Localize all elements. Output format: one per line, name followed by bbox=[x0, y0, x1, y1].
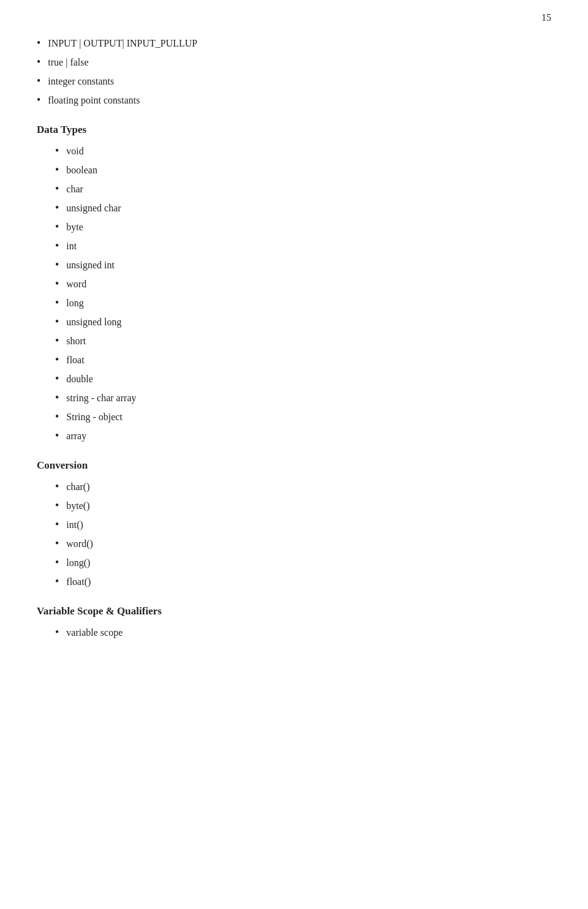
list-item: int bbox=[55, 240, 539, 252]
list-item: float() bbox=[55, 575, 539, 588]
list-item: int() bbox=[55, 518, 539, 531]
section-heading-2: Variable Scope & Qualifiers bbox=[37, 605, 539, 617]
list-item: float bbox=[55, 353, 539, 366]
top-bullet-list: INPUT | OUTPUT| INPUT_PULLUP true | fals… bbox=[37, 37, 539, 107]
page-container: 15 INPUT | OUTPUT| INPUT_PULLUP true | f… bbox=[0, 0, 588, 682]
list-item: variable scope bbox=[55, 626, 539, 639]
sections-container: Data Typesvoidbooleancharunsigned charby… bbox=[37, 124, 539, 639]
list-item: word() bbox=[55, 537, 539, 550]
list-item: char() bbox=[55, 480, 539, 493]
list-item: double bbox=[55, 372, 539, 385]
list-item: array bbox=[55, 429, 539, 442]
list-item: void bbox=[55, 145, 539, 157]
list-item: String - object bbox=[55, 410, 539, 423]
list-item: string - char array bbox=[55, 391, 539, 404]
list-item: long bbox=[55, 296, 539, 309]
section-list-0: voidbooleancharunsigned charbyteintunsig… bbox=[55, 145, 539, 442]
section-heading-0: Data Types bbox=[37, 124, 539, 136]
list-item: unsigned char bbox=[55, 202, 539, 214]
list-item: short bbox=[55, 334, 539, 347]
section-list-1: char()byte()int()word()long()float() bbox=[55, 480, 539, 588]
list-item: word bbox=[55, 277, 539, 290]
list-item: integer constants bbox=[37, 75, 539, 88]
list-item: char bbox=[55, 183, 539, 195]
section-heading-1: Conversion bbox=[37, 459, 539, 472]
list-item: long() bbox=[55, 556, 539, 569]
list-item: true | false bbox=[37, 56, 539, 69]
list-item: unsigned int bbox=[55, 258, 539, 271]
list-item: boolean bbox=[55, 164, 539, 176]
list-item: unsigned long bbox=[55, 315, 539, 328]
page-number: 15 bbox=[541, 12, 551, 23]
list-item: byte bbox=[55, 221, 539, 233]
section-list-2: variable scope bbox=[55, 626, 539, 639]
list-item: floating point constants bbox=[37, 94, 539, 107]
list-item: INPUT | OUTPUT| INPUT_PULLUP bbox=[37, 37, 539, 50]
list-item: byte() bbox=[55, 499, 539, 512]
